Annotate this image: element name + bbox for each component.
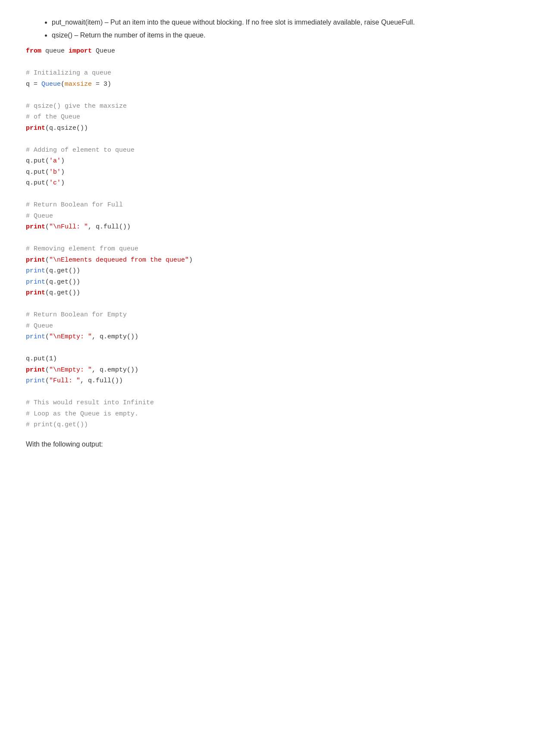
code-line: print(q.get()) — [26, 277, 509, 288]
code-line: # Loop as the Queue is empty. — [26, 409, 509, 420]
code-line — [26, 57, 509, 68]
code-line — [26, 189, 509, 200]
code-line: print("Full: ", q.full()) — [26, 375, 509, 387]
code-line: # Return Boolean for Empty — [26, 309, 509, 321]
code-line — [26, 299, 509, 310]
code-line: print("\nFull: ", q.full()) — [26, 222, 509, 233]
code-line — [26, 134, 509, 145]
code-line: # Queue — [26, 211, 509, 222]
code-block: from queue import Queue # Initializing a… — [26, 45, 509, 431]
code-line: q.put('c') — [26, 178, 509, 189]
code-line: print("\nElements dequeued from the queu… — [26, 255, 509, 266]
code-line: # Initializing a queue — [26, 68, 509, 79]
code-line: # Queue — [26, 321, 509, 332]
code-line: # qsize() give the maxsize — [26, 101, 509, 112]
bullet-item-1: put_nowait(item) – Put an item into the … — [52, 17, 509, 28]
code-line: q.put('b') — [26, 167, 509, 178]
code-line: print("\nEmpty: ", q.empty()) — [26, 365, 509, 376]
code-line: # Return Boolean for Full — [26, 200, 509, 211]
code-line — [26, 387, 509, 398]
code-line: print("\nEmpty: ", q.empty()) — [26, 331, 509, 343]
code-line — [26, 90, 509, 101]
code-line: q.put('a') — [26, 156, 509, 167]
code-line: # This would result into Infinite — [26, 397, 509, 409]
code-line: q.put(1) — [26, 353, 509, 365]
code-line: print(q.qsize()) — [26, 123, 509, 134]
bullet-item-2: qsize() – Return the number of items in … — [52, 30, 509, 41]
code-line: from queue import Queue — [26, 46, 509, 57]
code-line: print(q.get()) — [26, 287, 509, 299]
bullet-list: put_nowait(item) – Put an item into the … — [26, 17, 509, 41]
code-line: # of the Queue — [26, 112, 509, 123]
code-line: # Adding of element to queue — [26, 145, 509, 156]
prose-output-label: With the following output: — [26, 439, 509, 450]
code-line — [26, 343, 509, 354]
code-line — [26, 233, 509, 244]
code-line: q = Queue(maxsize = 3) — [26, 79, 509, 90]
code-line: # print(q.get()) — [26, 419, 509, 431]
code-line: # Removing element from queue — [26, 244, 509, 255]
code-line: print(q.get()) — [26, 266, 509, 277]
